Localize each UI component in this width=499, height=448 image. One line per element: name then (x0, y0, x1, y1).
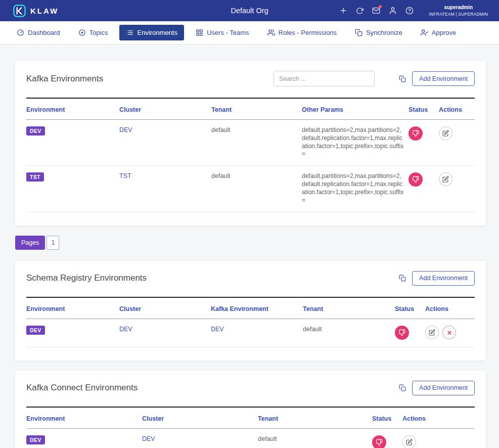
tenant-label: default (303, 326, 322, 333)
card-title: Kafka Connect Environments (26, 383, 138, 393)
tab-environments[interactable]: Environments (119, 25, 184, 40)
tab-label: Environments (137, 29, 177, 36)
tab-label: Dashboard (28, 29, 60, 36)
column-header: Cluster (142, 407, 258, 429)
status-thumbs-down-button[interactable] (409, 172, 423, 187)
tab-users-teams[interactable]: Users - Teams (189, 25, 256, 40)
kafka-environments-card: Kafka Environments Add Environment Envir… (15, 61, 486, 226)
cluster-link[interactable]: TST (119, 172, 131, 180)
column-header: Tenant (303, 297, 395, 319)
tenant-label: default (211, 126, 231, 133)
environment-badge: TST (26, 172, 44, 182)
topbar-actions: superadmin INFRATEAM | SUPERADMIN (339, 4, 488, 18)
kafka-connect-table: Environment Cluster Tenant Status Action… (26, 407, 475, 448)
status-thumbs-down-button[interactable] (409, 126, 423, 141)
card-title: Kafka Environments (26, 74, 103, 84)
edit-button[interactable] (402, 435, 416, 448)
page: KLAW Default Org superadmin INFRATEAM (0, 0, 499, 448)
column-header: Actions (402, 407, 475, 429)
org-title: Default Org (231, 7, 268, 15)
kafka-connect-environments-card: Kafka Connect Environments Add Environme… (15, 371, 486, 448)
approve-user-check-icon (421, 29, 428, 36)
copy-table-icon[interactable] (399, 384, 406, 391)
schema-registry-table: Environment Cluster Kafka Environment Te… (26, 297, 475, 347)
add-environment-button[interactable]: Add Environment (412, 71, 475, 86)
tab-label: Users - Teams (207, 29, 249, 36)
column-header: Environment (26, 297, 119, 319)
page-number-button[interactable]: 1 (47, 236, 59, 250)
delete-button[interactable] (442, 326, 456, 339)
help-icon[interactable] (405, 7, 414, 15)
refresh-icon[interactable] (356, 7, 364, 15)
mail-icon[interactable] (372, 7, 380, 15)
notification-dot (379, 5, 382, 8)
column-header: Kafka Environment (211, 297, 303, 319)
cluster-link[interactable]: DEV (119, 126, 132, 133)
table-row: DEV DEV DEV default (26, 319, 475, 347)
edit-button[interactable] (439, 126, 452, 140)
environment-badge: DEV (26, 126, 45, 136)
user-team: INFRATEAM | SUPERADMIN (429, 11, 488, 18)
other-params: default.partitions=2,max.partitions=2,de… (302, 126, 404, 158)
edit-button[interactable] (425, 326, 439, 339)
topics-icon (78, 29, 86, 36)
user-icon[interactable] (389, 7, 397, 15)
main-nav: Dashboard Topics Environments Users - Te… (0, 21, 499, 44)
synchronize-copy-icon (355, 29, 362, 36)
topbar: KLAW Default Org superadmin INFRATEAM (0, 0, 499, 21)
copy-table-icon[interactable] (399, 75, 406, 82)
tenant-label: default (211, 172, 231, 180)
tab-topics[interactable]: Topics (72, 25, 115, 40)
tab-label: Roles - Permissions (279, 29, 337, 36)
add-environment-button[interactable]: Add Environment (412, 381, 475, 395)
tab-roles-permissions[interactable]: Roles - Permissions (261, 25, 344, 40)
tab-label: Synchronize (366, 29, 402, 36)
user-name: superadmin (429, 4, 488, 11)
other-params: default.partitions=2,max.partitions=2,de… (302, 172, 404, 204)
tab-synchronize[interactable]: Synchronize (348, 25, 409, 40)
gauge-icon (17, 29, 24, 36)
card-title: Schema Registry Environments (26, 273, 147, 283)
copy-table-icon[interactable] (399, 275, 406, 282)
tab-label: Topics (89, 29, 108, 36)
column-header: Other Params (302, 98, 409, 120)
environment-badge: DEV (26, 435, 45, 444)
edit-button[interactable] (439, 172, 452, 186)
tab-approve[interactable]: Approve (414, 25, 463, 40)
environment-badge: DEV (26, 326, 45, 335)
add-environment-button[interactable]: Add Environment (412, 271, 475, 286)
teams-grid-icon (196, 29, 203, 36)
column-header: Cluster (119, 297, 211, 319)
table-row: DEV DEV default (26, 428, 475, 448)
tenant-label: default (258, 435, 277, 442)
table-row: TST TST default default.partitions=2,max… (26, 166, 475, 212)
status-thumbs-down-button[interactable] (395, 326, 409, 340)
cluster-link[interactable]: DEV (119, 326, 132, 333)
plus-icon[interactable] (339, 7, 347, 15)
kafka-environment-link[interactable]: DEV (211, 326, 224, 333)
column-header: Tenant (211, 98, 302, 120)
column-header: Actions (439, 98, 475, 120)
table-row: DEV DEV default default.partitions=2,max… (26, 120, 475, 166)
column-header: Actions (425, 297, 475, 319)
pages-label: Pages (15, 236, 45, 250)
column-header: Cluster (119, 98, 211, 120)
environments-icon (126, 29, 133, 36)
tab-dashboard[interactable]: Dashboard (10, 25, 67, 40)
main-content: Kafka Environments Add Environment Envir… (0, 44, 499, 448)
brand[interactable]: KLAW (13, 5, 59, 17)
search-input[interactable] (274, 71, 375, 86)
cluster-link[interactable]: DEV (142, 435, 155, 442)
column-header: Status (409, 98, 439, 120)
roles-users-icon (267, 29, 275, 36)
pagination: Pages 1 (15, 236, 486, 250)
column-header: Status (372, 407, 402, 429)
klaw-logo-icon (13, 5, 26, 17)
user-menu[interactable]: superadmin INFRATEAM | SUPERADMIN (429, 4, 488, 18)
column-header: Environment (26, 98, 119, 120)
tab-label: Approve (432, 29, 456, 36)
column-header: Tenant (258, 407, 372, 429)
column-header: Status (395, 297, 425, 319)
status-thumbs-down-button[interactable] (372, 435, 386, 448)
brand-name: KLAW (30, 7, 59, 15)
